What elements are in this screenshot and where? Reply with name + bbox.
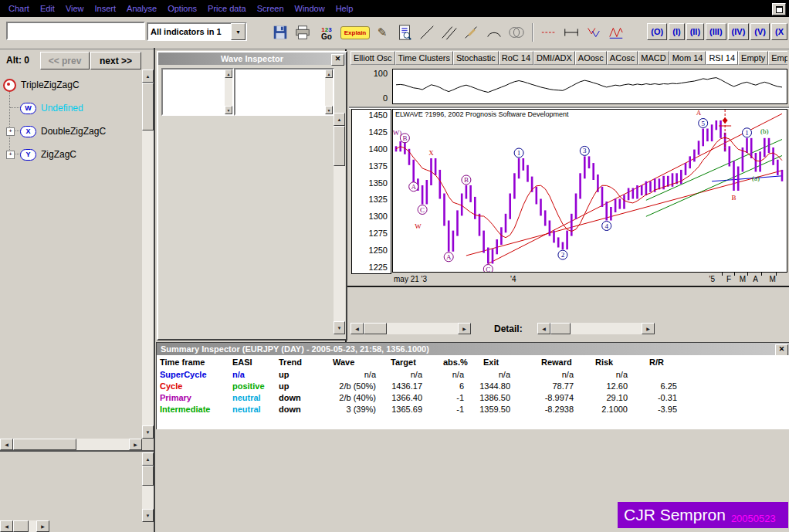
lower-vertical-scrollbar[interactable]: ▲ ▼	[142, 452, 154, 522]
wave-degree-button-x[interactable]: (X	[771, 23, 787, 40]
tab-macd[interactable]: MACD	[638, 51, 669, 65]
scrollbar-thumb[interactable]	[142, 83, 154, 130]
go-button[interactable]: 123 Go	[315, 22, 338, 42]
scroll-up-icon[interactable]: ▲	[142, 452, 154, 466]
scroll-right-icon[interactable]: ▶	[129, 439, 142, 450]
list-scrollbar[interactable]: ▲ ▼	[325, 69, 333, 114]
tree-item-triplezigzag[interactable]: TripleZigZagC	[0, 77, 80, 93]
scroll-up-icon[interactable]: ▲	[334, 113, 345, 126]
scroll-down-icon[interactable]: ▼	[325, 106, 333, 114]
wave-inspector-titlebar[interactable]: Wave Inspector ✕	[158, 53, 346, 65]
tab-empty[interactable]: Empty	[738, 51, 768, 65]
scrollbar-track[interactable]	[364, 323, 458, 334]
wave-degree-button-v[interactable]: (V)	[750, 23, 770, 40]
scrollbar-track[interactable]	[550, 323, 642, 334]
scroll-left-icon[interactable]: ◀	[0, 520, 13, 532]
wave-inspector-list-left[interactable]: ▲ ▼	[161, 68, 234, 116]
tab-dmi-adx[interactable]: DMI/ADX	[533, 51, 575, 65]
scroll-up-icon[interactable]: ▲	[225, 69, 232, 78]
menu-item-chart[interactable]: Chart	[3, 0, 35, 17]
trend-line-tool[interactable]	[417, 22, 437, 42]
tree-item-wave-x[interactable]: X DoubleZigZagC	[0, 124, 106, 139]
menu-item-window[interactable]: Window	[290, 0, 330, 17]
tree-expand-toggle[interactable]: +	[6, 151, 15, 159]
scrollbar-track[interactable]	[334, 126, 345, 321]
close-icon[interactable]: ✕	[331, 54, 344, 66]
price-chart[interactable]: (W)BACWXABC12345AB1(a)(b) ELWAVE ?1996, …	[392, 109, 787, 273]
scrollbar-track[interactable]	[13, 520, 36, 532]
peaks-tool[interactable]	[606, 22, 626, 42]
tree-expand-toggle[interactable]: +	[6, 127, 15, 136]
save-button[interactable]	[270, 22, 290, 42]
scroll-up-icon[interactable]: ▲	[142, 69, 154, 83]
arc-tool[interactable]	[484, 22, 504, 42]
wave-degree-button-ii[interactable]: (II)	[686, 23, 704, 40]
wave-degree-button-o[interactable]: (O)	[647, 23, 667, 40]
tab-stochastic[interactable]: Stochastic	[453, 51, 499, 65]
menu-item-screen[interactable]: Screen	[252, 0, 290, 17]
scroll-down-icon[interactable]: ▼	[142, 425, 154, 439]
sidebar-vertical-scrollbar[interactable]: ▲ ▼	[142, 69, 154, 439]
draw-line-tool[interactable]	[462, 22, 482, 42]
indicator-combo[interactable]: All indicators in 1 ▼	[147, 22, 247, 41]
menu-item-view[interactable]: View	[60, 0, 90, 17]
tab-roc-14[interactable]: RoC 14	[499, 51, 533, 65]
tab-rsi-14[interactable]: RSI 14	[706, 51, 738, 65]
circles-tool[interactable]	[506, 22, 527, 42]
command-input[interactable]	[6, 22, 145, 40]
scroll-right-icon[interactable]: ▶	[642, 323, 655, 334]
menu-item-insert[interactable]: Insert	[90, 0, 122, 17]
scrollbar-thumb[interactable]	[550, 323, 571, 334]
scroll-down-icon[interactable]: ▼	[225, 106, 232, 114]
sidebar-horizontal-scrollbar[interactable]: ◀ ▶	[0, 439, 142, 450]
tab-acosc[interactable]: ACosc	[607, 51, 638, 65]
scrollbar-thumb[interactable]	[334, 126, 345, 166]
rsi-plot[interactable]	[392, 69, 787, 104]
tab-mom-14[interactable]: Mom 14	[669, 51, 706, 65]
scroll-right-icon[interactable]: ▶	[36, 520, 49, 532]
wave-degree-button-i[interactable]: (I)	[669, 23, 684, 40]
chevron-down-icon[interactable]: ▼	[231, 23, 246, 40]
tree-item-wave-w[interactable]: W Undefined	[0, 100, 83, 116]
draw-pencil-button[interactable]: ✎	[372, 22, 392, 42]
wave-inspector-scrollbar[interactable]: ▲ ▼	[334, 113, 345, 334]
scroll-left-icon[interactable]: ◀	[350, 323, 364, 334]
parallel-lines-tool[interactable]	[439, 22, 459, 42]
scrollbar-thumb[interactable]	[13, 520, 29, 532]
scroll-up-icon[interactable]: ▲	[325, 69, 333, 78]
scrollbar-track[interactable]	[13, 439, 129, 450]
report-button[interactable]	[394, 22, 415, 42]
menu-item-edit[interactable]: Edit	[35, 0, 60, 17]
prev-button[interactable]: << prev	[40, 52, 90, 69]
close-icon[interactable]: ✕	[775, 344, 788, 356]
tab-time-clusters[interactable]: Time Clusters	[395, 51, 453, 65]
wave-degree-button-iii[interactable]: (III)	[706, 23, 726, 40]
lower-horizontal-scrollbar[interactable]: ◀ ▶	[0, 520, 49, 532]
list-scrollbar[interactable]: ▲ ▼	[225, 69, 232, 114]
menu-item-help[interactable]: Help	[330, 0, 359, 17]
wave-inspector-list-right[interactable]: ▲ ▼	[234, 68, 334, 116]
explain-button[interactable]: Explain	[340, 22, 370, 42]
arrows-down-tool[interactable]	[584, 22, 604, 42]
scrollbar-track[interactable]	[142, 466, 154, 509]
window-restore-icon[interactable]	[772, 3, 786, 15]
measure-tool[interactable]	[561, 22, 581, 42]
scroll-down-icon[interactable]: ▼	[334, 321, 345, 334]
scrollbar-thumb[interactable]	[13, 439, 76, 450]
next-button[interactable]: next >>	[90, 52, 141, 69]
scroll-left-icon[interactable]: ◀	[537, 323, 550, 334]
chart-horizontal-scrollbar[interactable]: ◀ ▶	[350, 323, 471, 334]
scroll-down-icon[interactable]: ▼	[142, 509, 154, 522]
scroll-right-icon[interactable]: ▶	[458, 323, 471, 334]
wave-degree-button-iv[interactable]: (IV)	[728, 23, 750, 40]
tab-aoosc[interactable]: AOosc	[575, 51, 607, 65]
menu-item-price-data[interactable]: Price data	[202, 0, 252, 17]
scrollbar-track[interactable]	[142, 83, 154, 425]
scrollbar-thumb[interactable]	[142, 466, 154, 486]
tab-elliott-osc[interactable]: Elliott Osc	[350, 51, 395, 65]
scroll-left-icon[interactable]: ◀	[0, 439, 13, 450]
menu-item-options[interactable]: Options	[162, 0, 202, 17]
dashed-line-tool[interactable]	[539, 22, 559, 42]
tab-emp[interactable]: Emp	[768, 51, 787, 65]
print-button[interactable]	[293, 22, 313, 42]
